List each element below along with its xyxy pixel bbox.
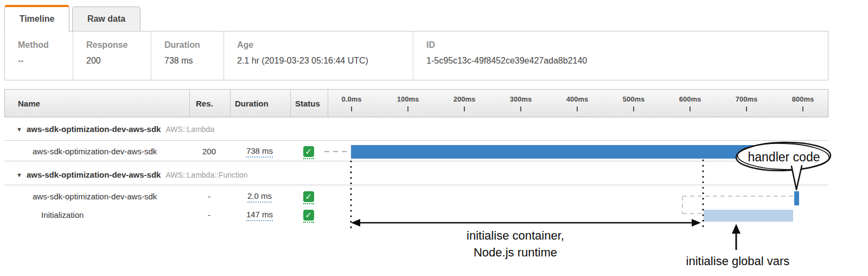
axis-tick-label: 300ms: [510, 95, 532, 103]
group-row-lambda[interactable]: ▼aws-sdk-optimization-dev-aws-sdkAWS::La…: [16, 124, 214, 134]
summary-method-value: --: [18, 56, 73, 66]
segment-res: 200: [189, 147, 229, 156]
segment-name: Initialization: [41, 210, 84, 219]
col-header-name: Name: [18, 99, 40, 108]
status-ok-icon: ✓: [303, 146, 314, 157]
annotation-init-container-line2: Node.js runtime: [407, 246, 624, 260]
segment-name: aws-sdk-optimization-dev-aws-sdk: [33, 147, 157, 156]
summary-age: Age 2.1 hr (2019-03-23 05:16:44 UTC): [224, 32, 413, 80]
col-header-duration: Duration: [235, 99, 269, 108]
col-header-status: Status: [295, 99, 320, 108]
summary-age-label: Age: [237, 40, 413, 50]
tab-timeline[interactable]: Timeline: [4, 5, 69, 32]
timeline-bar-initialization[interactable]: [704, 210, 793, 222]
group-name: aws-sdk-optimization-dev-aws-sdk: [27, 170, 161, 179]
axis-tick-label: 200ms: [454, 95, 475, 103]
summary-duration: Duration 738 ms: [151, 32, 224, 80]
summary-duration-label: Duration: [164, 40, 224, 50]
summary-response-label: Response: [86, 40, 151, 50]
summary-duration-value: 738 ms: [164, 56, 224, 66]
summary-age-value: 2.1 hr (2019-03-23 05:16:44 UTC): [237, 56, 413, 66]
collapse-triangle-icon[interactable]: ▼: [16, 172, 22, 178]
tab-raw-data[interactable]: Raw data: [72, 7, 141, 31]
xray-trace-timeline-panel: Timeline Raw data Method -- Response 200…: [0, 0, 868, 276]
segment-duration[interactable]: 2.0 ms: [229, 191, 290, 203]
summary-method-label: Method: [18, 40, 73, 50]
collapse-triangle-icon[interactable]: ▼: [16, 126, 22, 133]
group-row-lambda-function[interactable]: ▼aws-sdk-optimization-dev-aws-sdkAWS::La…: [16, 170, 248, 179]
axis-tick-label: 600ms: [679, 95, 701, 103]
group-service-type: AWS::Lambda: [165, 125, 214, 134]
timeline-bar-full-invocation[interactable]: [351, 145, 767, 159]
annotation-init-container-line1: initialise container,: [407, 229, 624, 243]
summary-response: Response 200: [73, 32, 151, 80]
up-arrow: [732, 224, 741, 250]
status-ok-icon: ✓: [303, 191, 314, 202]
summary-id-label: ID: [426, 40, 828, 50]
segment-duration[interactable]: 147 ms: [229, 210, 290, 221]
segment-name: aws-sdk-optimization-dev-aws-sdk: [33, 192, 157, 201]
segment-res: -: [189, 210, 229, 219]
axis-tick-label: 700ms: [736, 95, 757, 103]
group-service-type: AWS::Lambda::Function: [165, 171, 247, 179]
status-ok-icon: ✓: [303, 210, 314, 221]
timeline-bar-handler[interactable]: [794, 191, 799, 205]
segment-res: -: [189, 192, 229, 201]
axis-tick-label: 800ms: [792, 95, 814, 103]
segment-duration[interactable]: 738 ms: [229, 146, 290, 158]
timeline-table-header: Name Res. Duration Status 0.0ms 100ms 20…: [4, 89, 828, 117]
segment-status: ✓: [290, 146, 327, 159]
axis-tick-label: 400ms: [566, 95, 588, 103]
axis-tick-label: 0.0ms: [342, 95, 362, 103]
summary-method: Method --: [5, 32, 73, 80]
double-arrow: [351, 219, 701, 227]
summary-id-value: 1-5c95c13c-49f8452ce39e427ada8b2140: [426, 56, 828, 66]
segment-status: ✓: [290, 191, 327, 204]
axis-tick-label: 100ms: [397, 95, 419, 103]
axis-tick-label: 500ms: [623, 95, 644, 103]
summary-id: ID 1-5c95c13c-49f8452ce39e427ada8b2140: [413, 32, 828, 80]
annotation-init-global-vars: initialise global vars: [667, 254, 808, 268]
trace-summary-box: Method -- Response 200 Duration 738 ms A…: [4, 31, 828, 80]
annotation-handler-code: handler code: [738, 150, 830, 165]
col-header-res: Res.: [196, 99, 213, 108]
group-name: aws-sdk-optimization-dev-aws-sdk: [27, 124, 161, 134]
summary-response-value: 200: [86, 56, 151, 66]
segment-status: ✓: [290, 210, 327, 223]
